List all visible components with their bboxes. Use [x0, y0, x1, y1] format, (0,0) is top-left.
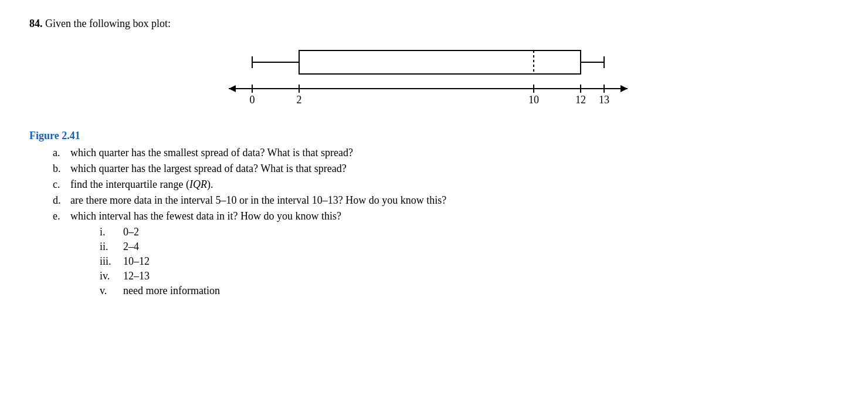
text-c: find the interquartile range (IQR).: [70, 178, 839, 191]
svg-text:12: 12: [575, 94, 586, 106]
sub-letter-ii: ii.: [100, 241, 123, 253]
svg-text:13: 13: [599, 94, 609, 106]
boxplot-svg: 0 2 10 12 13: [205, 36, 663, 112]
question-intro: Given the following box plot:: [45, 18, 171, 29]
question-item-c: c. find the interquartile range (IQR).: [53, 178, 839, 191]
letter-b: b.: [53, 163, 70, 175]
letter-c: c.: [53, 178, 70, 191]
text-e: which interval has the fewest data in it…: [70, 210, 839, 222]
svg-text:10: 10: [528, 94, 539, 106]
svg-text:2: 2: [297, 94, 302, 106]
text-d: are there more data in the interval 5–10…: [70, 194, 839, 207]
sub-text-iv: 12–13: [123, 270, 150, 282]
sub-item-v: v. need more information: [100, 285, 839, 297]
sub-text-v: need more information: [123, 285, 220, 297]
text-a: which quarter has the smallest spread of…: [70, 147, 839, 159]
sub-item-i: i. 0–2: [100, 226, 839, 238]
svg-text:0: 0: [250, 94, 255, 106]
sub-text-ii: 2–4: [123, 241, 139, 253]
sub-letter-i: i.: [100, 226, 123, 238]
letter-d: d.: [53, 194, 70, 207]
svg-marker-1: [229, 85, 236, 92]
question-header: 84. Given the following box plot:: [29, 18, 839, 30]
sub-item-iv: iv. 12–13: [100, 270, 839, 282]
svg-rect-15: [299, 50, 581, 74]
question-item-a: a. which quarter has the smallest spread…: [53, 147, 839, 159]
figure-label: Figure 2.41: [29, 130, 839, 142]
sub-letter-iii: iii.: [100, 255, 123, 268]
sub-item-iii: iii. 10–12: [100, 255, 839, 268]
question-item-d: d. are there more data in the interval 5…: [53, 194, 839, 207]
sub-letter-v: v.: [100, 285, 123, 297]
question-number: 84.: [29, 18, 43, 29]
question-item-e: e. which interval has the fewest data in…: [53, 210, 839, 222]
text-b: which quarter has the largest spread of …: [70, 163, 839, 175]
question-item-b: b. which quarter has the largest spread …: [53, 163, 839, 175]
sub-letter-iv: iv.: [100, 270, 123, 282]
letter-e: e.: [53, 210, 70, 222]
sub-text-i: 0–2: [123, 226, 139, 238]
letter-a: a.: [53, 147, 70, 159]
svg-marker-2: [621, 85, 628, 92]
sub-questions: i. 0–2 ii. 2–4 iii. 10–12 iv. 12–13 v. n…: [100, 226, 839, 297]
boxplot-container: 0 2 10 12 13: [170, 36, 698, 112]
questions-section: a. which quarter has the smallest spread…: [53, 147, 839, 297]
sub-item-ii: ii. 2–4: [100, 241, 839, 253]
sub-text-iii: 10–12: [123, 255, 150, 268]
